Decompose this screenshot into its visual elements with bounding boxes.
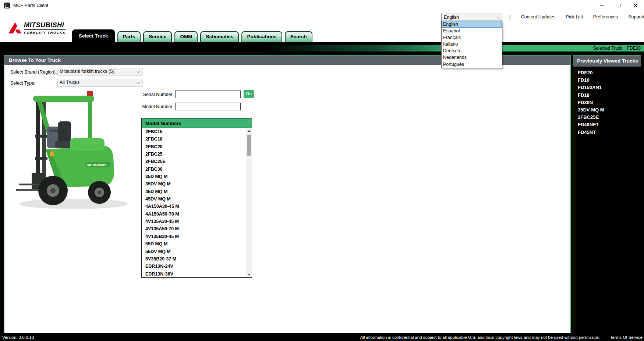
model-item-2fbc20[interactable]: 2FBC20 bbox=[142, 143, 252, 150]
model-item-4a150a30-45-m[interactable]: 4A150A30-45 M bbox=[142, 203, 252, 210]
terms-of-service-link[interactable]: Terms Of Service bbox=[610, 335, 643, 340]
model-item-edr13n-24v[interactable]: EDR13N-24V bbox=[142, 263, 252, 270]
model-item-2fbc18[interactable]: 2FBC18 bbox=[142, 135, 252, 143]
topbar-link-preferences[interactable]: Preferences bbox=[593, 14, 618, 19]
model-input[interactable] bbox=[175, 103, 241, 110]
mitsubishi-diamond-icon bbox=[8, 22, 22, 36]
window-title: MCF Parts Client bbox=[13, 3, 48, 8]
language-option-english[interactable]: English bbox=[442, 21, 502, 28]
brand-select-value: Mitsubishi forklift trucks (S) bbox=[60, 69, 114, 74]
tab-service[interactable]: Service bbox=[143, 31, 172, 42]
model-item-45dv-mq-m[interactable]: 45DV MQ M bbox=[142, 195, 252, 203]
model-item-edr13n-36v[interactable]: EDR13N-36V bbox=[142, 270, 252, 278]
model-item-4v135a50-70-m[interactable]: 4V135A50-70 M bbox=[142, 225, 252, 232]
close-button[interactable] bbox=[627, 0, 644, 11]
content-area: Browse To Your Truck Select Brand (Regio… bbox=[0, 51, 644, 341]
model-item-45d-mq-m[interactable]: 45D MQ M bbox=[142, 188, 252, 195]
forklift-image: MITSUBISHI bbox=[15, 90, 129, 212]
model-label: Model Number: bbox=[126, 104, 174, 109]
selected-truck-label: Selected Truck: bbox=[593, 46, 624, 51]
minimize-button[interactable] bbox=[593, 0, 610, 11]
model-numbers-table: Model Numbers 2FBC152FBC182FBC202FBC252F… bbox=[141, 118, 252, 278]
tab-schematics[interactable]: Schematics bbox=[200, 31, 239, 42]
tab-search[interactable]: Search bbox=[285, 31, 312, 42]
tab-omm[interactable]: OMM bbox=[174, 31, 198, 42]
model-item-4v135b30-45-m[interactable]: 4V135B30-45 M bbox=[142, 233, 252, 240]
model-numbers-header: Model Numbers bbox=[141, 118, 252, 128]
model-item-35dv-mq-m[interactable]: 35DV MQ M bbox=[142, 180, 252, 188]
topbar-links: | Content Updates Pick List Preferences … bbox=[509, 14, 644, 19]
serial-input[interactable] bbox=[175, 90, 241, 98]
model-item-2fbc25e[interactable]: 2FBC25E bbox=[142, 158, 252, 165]
browse-panel: Browse To Your Truck Select Brand (Regio… bbox=[4, 55, 571, 333]
go-button[interactable]: Go bbox=[244, 90, 254, 98]
language-option-deutsch[interactable]: Deutsch bbox=[442, 47, 502, 54]
chevron-down-icon bbox=[137, 81, 140, 84]
model-item-2fbc30[interactable]: 2FBC30 bbox=[142, 166, 252, 173]
topbar-link-pick-list[interactable]: Pick List bbox=[566, 14, 583, 19]
topbar-link-content-updates[interactable]: Content Updates bbox=[521, 14, 556, 19]
previously-viewed-panel: Previously Viewed Trucks FDE20FD10FD150A… bbox=[573, 55, 641, 333]
model-item-2fbc15[interactable]: 2FBC15 bbox=[142, 128, 252, 135]
minimize-icon bbox=[600, 6, 604, 6]
app-icon bbox=[4, 3, 10, 8]
chevron-down-icon bbox=[137, 70, 140, 73]
maximize-icon bbox=[617, 4, 620, 7]
previous-truck-fde20[interactable]: FDE20 bbox=[573, 69, 641, 77]
tab-select-truck[interactable]: Select Truck bbox=[72, 29, 115, 42]
previous-truck-35dv-mq-m[interactable]: 35DV MQ M bbox=[573, 106, 641, 114]
model-item-55dv-mq-m[interactable]: 55DV MQ M bbox=[142, 248, 252, 255]
language-select[interactable]: English bbox=[441, 14, 503, 21]
scrollbar-thumb[interactable] bbox=[247, 135, 251, 156]
type-select[interactable]: All Trucks bbox=[57, 79, 142, 86]
previous-truck-fd10[interactable]: FD10 bbox=[573, 77, 641, 84]
model-list-scrollbar[interactable] bbox=[246, 128, 252, 277]
language-dropdown-list: EnglishEspañolFrançaisItalianoDeutschNed… bbox=[441, 21, 502, 68]
previous-truck-fd45nt[interactable]: FD45NT bbox=[573, 129, 641, 136]
previously-viewed-list: FDE20FD10FD150AN1FD18FD30N35DV MQ M2FBC2… bbox=[573, 67, 641, 136]
language-option-italiano[interactable]: Italiano bbox=[442, 41, 502, 47]
language-select-value: English bbox=[444, 15, 459, 20]
model-item-35d-mq-m[interactable]: 35D MQ M bbox=[142, 173, 252, 180]
language-option-nederlands[interactable]: Nederlands bbox=[442, 54, 502, 61]
tab-parts[interactable]: Parts bbox=[117, 31, 141, 42]
main-tabs: Select TruckPartsServiceOMMSchematicsPub… bbox=[72, 29, 312, 42]
previous-truck-fd30n[interactable]: FD30N bbox=[573, 99, 641, 106]
model-item-2fbc25[interactable]: 2FBC25 bbox=[142, 150, 252, 158]
language-option-espa-ol[interactable]: Español bbox=[442, 28, 502, 34]
previously-viewed-title: Previously Viewed Trucks bbox=[573, 56, 641, 67]
previous-truck-fd150an1[interactable]: FD150AN1 bbox=[573, 84, 641, 91]
chevron-down-icon bbox=[497, 15, 500, 19]
forklift-brand-text: MITSUBISHI bbox=[87, 163, 106, 167]
model-item-5v35b20-37-m[interactable]: 5V35B20-37 M bbox=[142, 255, 252, 263]
model-numbers-list: 2FBC152FBC182FBC202FBC252FBC25E2FBC3035D… bbox=[141, 128, 252, 278]
previous-truck-fd18[interactable]: FD18 bbox=[573, 92, 641, 99]
logo-line2: FORKLIFT TRUCKS bbox=[24, 31, 66, 35]
model-item-4a150a50-70-m[interactable]: 4A150A50-70 M bbox=[142, 210, 252, 218]
selected-truck-bar: Selected Truck: FDE20 bbox=[0, 45, 644, 51]
scroll-down-icon[interactable] bbox=[246, 271, 252, 277]
close-icon bbox=[633, 3, 638, 8]
language-option-portugu-s[interactable]: Português bbox=[442, 61, 502, 68]
model-item-4v135a30-45-m[interactable]: 4V135A30-45 M bbox=[142, 218, 252, 225]
model-list-items: 2FBC152FBC182FBC202FBC252FBC25E2FBC3035D… bbox=[142, 128, 252, 278]
previous-truck-fd40nft[interactable]: FD40NFT bbox=[573, 121, 641, 128]
tab-publications[interactable]: Publications bbox=[241, 31, 282, 42]
black-strip bbox=[0, 42, 644, 45]
scroll-up-icon[interactable] bbox=[246, 128, 252, 134]
topbar-separator: | bbox=[509, 14, 511, 19]
previous-truck-2fbc25e[interactable]: 2FBC25E bbox=[573, 114, 641, 121]
window-controls bbox=[593, 0, 644, 11]
mitsubishi-logo: MITSUBISHI FORKLIFT TRUCKS bbox=[8, 21, 66, 36]
selected-truck-value: FDE20 bbox=[627, 46, 641, 51]
status-right: All information is confidential and subj… bbox=[360, 335, 643, 340]
logo-line1: MITSUBISHI bbox=[24, 21, 66, 30]
model-item-55d-mq-m[interactable]: 55D MQ M bbox=[142, 240, 252, 248]
brand-select[interactable]: Mitsubishi forklift trucks (S) bbox=[57, 68, 142, 75]
maximize-button[interactable] bbox=[610, 0, 627, 11]
header-band: MITSUBISHI FORKLIFT TRUCKS English | Con… bbox=[0, 11, 644, 42]
topbar-link-support[interactable]: Support bbox=[628, 14, 644, 19]
serial-label: Serial Number: bbox=[126, 92, 174, 97]
language-option-fran-ais[interactable]: Français bbox=[442, 34, 502, 41]
title-bar: MCF Parts Client bbox=[0, 0, 644, 11]
